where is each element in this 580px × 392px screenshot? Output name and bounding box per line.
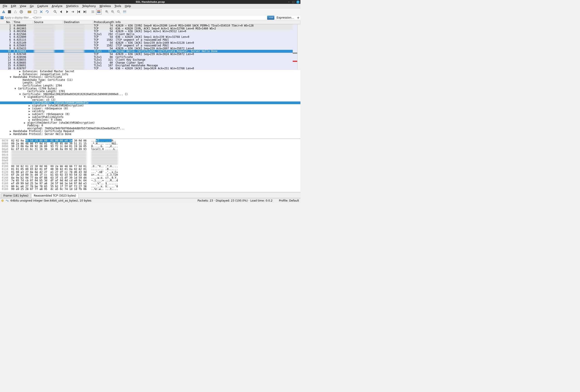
detail-line[interactable]: Certificate Length: 1701 — [0, 90, 300, 93]
col-header-source[interactable]: Source — [33, 21, 63, 24]
hex-line[interactable]: 00e0 xx xx xx xx xx xx xx xx xx xx xx xx… — [2, 159, 298, 162]
save-file-icon[interactable] — [33, 9, 38, 14]
hex-line[interactable]: 0110 01 01 05 00 03 82 01 0f 00 30 82 01… — [2, 168, 298, 171]
packet-row[interactable]: 30.001956xxxxxxxxxxxxxxxxxxxxxxxxxxTCP54… — [0, 30, 300, 33]
detail-line[interactable]: ▶ extensions: 9 items — [0, 119, 300, 121]
zoom-out-icon[interactable] — [110, 9, 116, 14]
apply-filter-button[interactable]: → ▾ — [267, 16, 274, 20]
start-capture-icon[interactable] — [1, 9, 6, 14]
packet-details-pane[interactable]: ▶ Extension: Extended Master Secret ▶ Ex… — [0, 70, 300, 139]
detail-line[interactable]: Handshake Type: Certificate (11) — [0, 79, 300, 82]
detail-line[interactable]: ▶ subject: rdnSequence (0) — [0, 113, 300, 116]
detail-line[interactable]: Certificates Length: 1704 — [0, 84, 300, 87]
menu-wireless[interactable]: Wireless — [98, 4, 113, 8]
packet-row[interactable]: 100.026684xxxxxxxxxxxxxxxxxxxxxxxxxxTLSv… — [0, 50, 300, 53]
bookmark-filter-icon[interactable] — [0, 16, 4, 19]
bytes-tabs: Frame (181 bytes) Reassembled TCP (3023 … — [0, 192, 300, 198]
status-profile-text[interactable]: Profile: Default — [279, 199, 299, 202]
colorize-icon[interactable] — [96, 9, 102, 14]
packet-row[interactable]: 150.028691xxxxxxxxxxxxxxxxxxxxxxxxxxTLSv… — [0, 64, 300, 67]
svg-line-10 — [55, 12, 57, 13]
zoom-reset-icon[interactable] — [116, 9, 122, 14]
col-header-destination[interactable]: Destination — [63, 21, 93, 24]
detail-line[interactable]: version: v3 (2) — [0, 99, 300, 102]
col-header-length[interactable]: Length — [104, 21, 115, 24]
stop-capture-icon[interactable] — [7, 9, 12, 14]
packet-row[interactable]: 50.022800xxxxxxxxxxxxxxxxxxxxxxxxxxTCP54… — [0, 35, 300, 38]
packet-row[interactable]: 130.028655xxxxxxxxxxxxxxxxxxxxxxxxxxTLSv… — [0, 58, 300, 61]
minimize-icon[interactable]: – — [287, 0, 290, 4]
packet-row[interactable]: 80.025603xxxxxxxxxxxxxxxxxxxxxxxxxxTCP15… — [0, 44, 300, 47]
capture-options-icon[interactable] — [18, 9, 24, 14]
detail-line[interactable]: ▶ algorithmIdentifier (sha1WithRSAEncryp… — [0, 121, 300, 124]
menu-edit[interactable]: Edit — [9, 4, 18, 8]
hex-line[interactable]: 0130 6f 2b 1d 09 3c d4 1f cc b1 43 92 33… — [2, 173, 298, 176]
menu-tools[interactable]: Tools — [113, 4, 123, 8]
resize-columns-icon[interactable] — [122, 9, 127, 14]
open-file-icon[interactable] — [27, 9, 32, 14]
svg-rect-1 — [8, 10, 11, 13]
close-icon[interactable]: ✕ — [296, 0, 299, 4]
packet-bytes-pane[interactable]: 0070 02 02 0a 65 5d c5 89 00 01 00 00 e0… — [0, 139, 300, 192]
col-header-info[interactable]: Info — [115, 21, 300, 24]
packet-row[interactable]: 20.001903xxxxxxxxxxxxxxxxxxxxxxxxxxTCP62… — [0, 27, 300, 30]
menu-analyze[interactable]: Analyze — [50, 4, 64, 8]
close-file-icon[interactable] — [38, 9, 44, 14]
menu-view[interactable]: View — [18, 4, 28, 8]
menu-file[interactable]: File — [1, 4, 9, 8]
menu-statistics[interactable]: Statistics — [64, 4, 80, 8]
col-header-protocol[interactable]: Protocol — [93, 21, 104, 24]
tab-reassembled-bytes[interactable]: Reassembled TCP (3023 bytes) — [31, 193, 79, 198]
svg-rect-6 — [34, 10, 37, 13]
menu-help[interactable]: Help — [123, 4, 133, 8]
packet-row[interactable]: 120.028596xxxxxxxxxxxxxxxxxxxxxxxxxxTLSv… — [0, 56, 300, 59]
hex-line[interactable]: 0160 ef d9 99 bd 25 5e 97 a8 24 5f b8 1e… — [2, 182, 298, 185]
detail-line[interactable]: ▶ issuer: rdnSequence (0) — [0, 107, 300, 110]
maximize-icon[interactable]: □ — [292, 0, 295, 4]
go-first-icon[interactable] — [76, 9, 82, 14]
minimap-scroll[interactable] — [293, 24, 297, 70]
zoom-in-icon[interactable] — [104, 9, 110, 14]
find-icon[interactable] — [53, 9, 58, 14]
packet-row[interactable]: 10.000000xxxxxxxxxxxxxxxxxxxxxxxxxxTCP74… — [0, 24, 300, 27]
menu-capture[interactable]: Capture — [35, 4, 50, 8]
go-back-icon[interactable] — [58, 9, 64, 14]
go-forward-icon[interactable] — [64, 9, 70, 14]
tab-frame-bytes[interactable]: Frame (181 bytes) — [1, 193, 31, 198]
hex-line[interactable]: 0090 30 13 06 0a 09 92 26 89 93 f2 2c 64… — [2, 145, 298, 148]
auto-scroll-icon[interactable] — [90, 9, 96, 14]
detail-line[interactable]: ▶ signature (sha1WithRSAEncryption) — [0, 104, 300, 107]
hex-line[interactable]: 00c0 xx xx xx xx xx xx xx xx xx xx xx xx… — [2, 153, 298, 156]
packet-row[interactable]: 110.026740xxxxxxxxxxxxxxxxxxxxxxxxxxTCP5… — [0, 53, 300, 56]
menu-telephony[interactable]: Telephony — [80, 4, 98, 8]
hex-line[interactable]: 0070 02 02 0a 65 5d c5 89 00 01 00 00 e0… — [2, 139, 298, 142]
go-last-icon[interactable] — [82, 9, 87, 14]
expert-info-icon[interactable] — [1, 200, 4, 202]
svg-line-24 — [107, 12, 108, 13]
hex-line[interactable]: 00f0 xx xx xx xx xx xx xx xx xx xx xx xx… — [2, 162, 298, 165]
hex-line[interactable]: 0180 99 a9 25 28 87 77 a8 95 dc a5 0c 74… — [2, 188, 298, 191]
packet-row[interactable]: 60.025115xxxxxxxxxxxxxxxxxxxxxxxxxxTCP15… — [0, 38, 300, 41]
packet-row[interactable]: 90.025633xxxxxxxxxxxxxxxxxxxxxxxxxxTCP54… — [0, 47, 300, 50]
go-to-icon[interactable] — [70, 9, 76, 14]
detail-line[interactable]: ▶ Extension: Extended Master Secret — [0, 70, 300, 73]
detail-line[interactable]: Padding: 0 — [0, 124, 300, 127]
display-filter-input[interactable] — [4, 16, 266, 19]
expression-button[interactable]: Expression… — [275, 16, 295, 19]
packet-list-scrollbar[interactable] — [297, 24, 300, 70]
packet-row[interactable]: 40.022566xxxxxxxxxxxxxxxxxxxxxxxxxxTLSv1… — [0, 33, 300, 36]
packet-row[interactable]: 160.028707xxxxxxxxxxxxxxxxxxxxxxxxxxTCP5… — [0, 67, 300, 70]
detail-line[interactable]: ▼ Handshake Protocol: Certificate — [0, 76, 300, 79]
status-packets-text: Packets: 23 · Displayed: 23 (100.0%) · L… — [198, 199, 273, 202]
reload-icon[interactable] — [44, 9, 50, 14]
detail-line[interactable]: ▶ Handshake Protocol: Server Hello Done — [0, 133, 300, 136]
status-field-text: 64bits unsigned integer (ber.64bit_uint_… — [10, 199, 91, 202]
packet-row[interactable]: 70.025149xxxxxxxxxxxxxxxxxxxxxxxxxxTCP54… — [0, 41, 300, 44]
menu-go[interactable]: Go — [28, 4, 36, 8]
restart-capture-icon[interactable] — [13, 9, 18, 14]
add-filter-button[interactable]: + — [296, 16, 300, 19]
svg-line-31 — [119, 12, 120, 13]
col-header-time[interactable]: Time — [13, 21, 33, 24]
packet-row[interactable]: 140.028685xxxxxxxxxxxxxxxxxxxxxxxxxxTLSv… — [0, 61, 300, 64]
col-header-no[interactable]: No. — [0, 21, 13, 24]
